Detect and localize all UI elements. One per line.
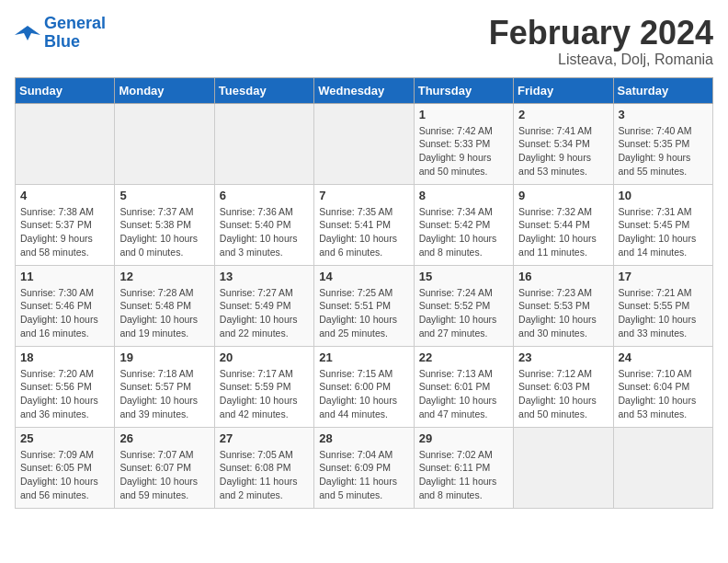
day-detail: Sunrise: 7:07 AM Sunset: 6:07 PM Dayligh… bbox=[119, 448, 209, 502]
day-detail: Sunrise: 7:04 AM Sunset: 6:09 PM Dayligh… bbox=[319, 448, 408, 502]
day-number: 21 bbox=[319, 350, 408, 364]
location-title: Listeava, Dolj, Romania bbox=[489, 52, 713, 68]
day-of-week-header: Saturday bbox=[613, 77, 712, 103]
calendar-cell: 25Sunrise: 7:09 AM Sunset: 6:05 PM Dayli… bbox=[16, 427, 115, 508]
calendar-cell: 29Sunrise: 7:02 AM Sunset: 6:11 PM Dayli… bbox=[414, 427, 513, 508]
day-detail: Sunrise: 7:24 AM Sunset: 5:52 PM Dayligh… bbox=[419, 286, 508, 340]
day-number: 7 bbox=[319, 189, 408, 202]
calendar-cell: 6Sunrise: 7:36 AM Sunset: 5:40 PM Daylig… bbox=[214, 184, 313, 265]
day-number: 9 bbox=[518, 189, 608, 202]
day-detail: Sunrise: 7:05 AM Sunset: 6:08 PM Dayligh… bbox=[220, 448, 309, 502]
calendar-cell: 13Sunrise: 7:27 AM Sunset: 5:49 PM Dayli… bbox=[214, 265, 313, 346]
calendar-cell: 2Sunrise: 7:41 AM Sunset: 5:34 PM Daylig… bbox=[514, 103, 613, 184]
calendar-cell bbox=[514, 427, 613, 508]
day-detail: Sunrise: 7:21 AM Sunset: 5:55 PM Dayligh… bbox=[619, 286, 708, 340]
calendar-cell bbox=[613, 427, 712, 508]
day-number: 11 bbox=[20, 270, 109, 283]
calendar-cell bbox=[314, 103, 414, 184]
day-number: 20 bbox=[220, 350, 309, 364]
logo-text: General Blue bbox=[44, 15, 106, 52]
day-detail: Sunrise: 7:02 AM Sunset: 6:11 PM Dayligh… bbox=[419, 448, 508, 502]
calendar-cell: 3Sunrise: 7:40 AM Sunset: 5:35 PM Daylig… bbox=[613, 103, 712, 184]
day-number: 18 bbox=[20, 350, 109, 364]
day-detail: Sunrise: 7:31 AM Sunset: 5:45 PM Dayligh… bbox=[619, 205, 708, 259]
day-number: 5 bbox=[119, 189, 209, 202]
calendar-cell: 8Sunrise: 7:34 AM Sunset: 5:42 PM Daylig… bbox=[414, 184, 513, 265]
day-number: 16 bbox=[518, 270, 608, 283]
calendar-cell: 23Sunrise: 7:12 AM Sunset: 6:03 PM Dayli… bbox=[514, 346, 613, 427]
calendar-cell: 14Sunrise: 7:25 AM Sunset: 5:51 PM Dayli… bbox=[314, 265, 414, 346]
calendar-cell: 10Sunrise: 7:31 AM Sunset: 5:45 PM Dayli… bbox=[613, 184, 712, 265]
day-detail: Sunrise: 7:10 AM Sunset: 6:04 PM Dayligh… bbox=[619, 367, 708, 421]
day-detail: Sunrise: 7:34 AM Sunset: 5:42 PM Dayligh… bbox=[419, 205, 508, 259]
day-detail: Sunrise: 7:15 AM Sunset: 6:00 PM Dayligh… bbox=[319, 367, 408, 421]
svg-marker-0 bbox=[15, 26, 40, 40]
day-of-week-header: Thursday bbox=[414, 77, 513, 103]
month-title: February 2024 bbox=[489, 15, 713, 52]
day-number: 3 bbox=[619, 108, 708, 121]
day-detail: Sunrise: 7:36 AM Sunset: 5:40 PM Dayligh… bbox=[220, 205, 309, 259]
day-detail: Sunrise: 7:37 AM Sunset: 5:38 PM Dayligh… bbox=[119, 205, 209, 259]
day-detail: Sunrise: 7:23 AM Sunset: 5:53 PM Dayligh… bbox=[518, 286, 608, 340]
day-detail: Sunrise: 7:13 AM Sunset: 6:01 PM Dayligh… bbox=[419, 367, 508, 421]
day-number: 1 bbox=[419, 108, 508, 121]
day-number: 27 bbox=[220, 431, 309, 445]
day-number: 29 bbox=[419, 431, 508, 445]
calendar-cell: 17Sunrise: 7:21 AM Sunset: 5:55 PM Dayli… bbox=[613, 265, 712, 346]
day-detail: Sunrise: 7:42 AM Sunset: 5:33 PM Dayligh… bbox=[419, 124, 508, 178]
day-detail: Sunrise: 7:28 AM Sunset: 5:48 PM Dayligh… bbox=[119, 286, 209, 340]
calendar-cell bbox=[16, 103, 115, 184]
calendar-cell bbox=[115, 103, 214, 184]
day-number: 8 bbox=[419, 189, 508, 202]
page-header: General Blue February 2024 Listeava, Dol… bbox=[15, 15, 713, 68]
day-number: 14 bbox=[319, 270, 408, 283]
day-detail: Sunrise: 7:17 AM Sunset: 5:59 PM Dayligh… bbox=[220, 367, 309, 421]
day-detail: Sunrise: 7:41 AM Sunset: 5:34 PM Dayligh… bbox=[518, 124, 608, 178]
day-of-week-header: Tuesday bbox=[214, 77, 313, 103]
calendar-cell: 16Sunrise: 7:23 AM Sunset: 5:53 PM Dayli… bbox=[514, 265, 613, 346]
calendar-cell: 11Sunrise: 7:30 AM Sunset: 5:46 PM Dayli… bbox=[16, 265, 115, 346]
day-of-week-header: Sunday bbox=[16, 77, 115, 103]
calendar-cell: 18Sunrise: 7:20 AM Sunset: 5:56 PM Dayli… bbox=[16, 346, 115, 427]
calendar-cell: 7Sunrise: 7:35 AM Sunset: 5:41 PM Daylig… bbox=[314, 184, 414, 265]
calendar-cell: 12Sunrise: 7:28 AM Sunset: 5:48 PM Dayli… bbox=[115, 265, 214, 346]
day-number: 15 bbox=[419, 270, 508, 283]
day-detail: Sunrise: 7:35 AM Sunset: 5:41 PM Dayligh… bbox=[319, 205, 408, 259]
day-detail: Sunrise: 7:27 AM Sunset: 5:49 PM Dayligh… bbox=[220, 286, 309, 340]
day-number: 25 bbox=[20, 431, 109, 445]
calendar-cell: 1Sunrise: 7:42 AM Sunset: 5:33 PM Daylig… bbox=[414, 103, 513, 184]
calendar-cell: 20Sunrise: 7:17 AM Sunset: 5:59 PM Dayli… bbox=[214, 346, 313, 427]
calendar-cell: 4Sunrise: 7:38 AM Sunset: 5:37 PM Daylig… bbox=[16, 184, 115, 265]
day-of-week-header: Wednesday bbox=[314, 77, 414, 103]
day-number: 19 bbox=[119, 350, 209, 364]
day-number: 23 bbox=[518, 350, 608, 364]
day-number: 12 bbox=[119, 270, 209, 283]
logo: General Blue bbox=[15, 15, 106, 52]
calendar-cell: 28Sunrise: 7:04 AM Sunset: 6:09 PM Dayli… bbox=[314, 427, 414, 508]
day-detail: Sunrise: 7:32 AM Sunset: 5:44 PM Dayligh… bbox=[518, 205, 608, 259]
calendar-cell bbox=[214, 103, 313, 184]
calendar-table: SundayMondayTuesdayWednesdayThursdayFrid… bbox=[15, 77, 713, 509]
calendar-week-row: 18Sunrise: 7:20 AM Sunset: 5:56 PM Dayli… bbox=[16, 346, 713, 427]
calendar-cell: 9Sunrise: 7:32 AM Sunset: 5:44 PM Daylig… bbox=[514, 184, 613, 265]
day-detail: Sunrise: 7:09 AM Sunset: 6:05 PM Dayligh… bbox=[20, 448, 109, 502]
day-detail: Sunrise: 7:38 AM Sunset: 5:37 PM Dayligh… bbox=[20, 205, 109, 259]
calendar-cell: 27Sunrise: 7:05 AM Sunset: 6:08 PM Dayli… bbox=[214, 427, 313, 508]
day-number: 26 bbox=[119, 431, 209, 445]
day-detail: Sunrise: 7:18 AM Sunset: 5:57 PM Dayligh… bbox=[119, 367, 209, 421]
day-number: 13 bbox=[220, 270, 309, 283]
day-number: 2 bbox=[518, 108, 608, 121]
calendar-week-row: 1Sunrise: 7:42 AM Sunset: 5:33 PM Daylig… bbox=[16, 103, 713, 184]
day-detail: Sunrise: 7:40 AM Sunset: 5:35 PM Dayligh… bbox=[619, 124, 708, 178]
calendar-cell: 19Sunrise: 7:18 AM Sunset: 5:57 PM Dayli… bbox=[115, 346, 214, 427]
day-detail: Sunrise: 7:30 AM Sunset: 5:46 PM Dayligh… bbox=[20, 286, 109, 340]
day-number: 24 bbox=[619, 350, 708, 364]
day-detail: Sunrise: 7:25 AM Sunset: 5:51 PM Dayligh… bbox=[319, 286, 408, 340]
calendar-cell: 15Sunrise: 7:24 AM Sunset: 5:52 PM Dayli… bbox=[414, 265, 513, 346]
calendar-cell: 5Sunrise: 7:37 AM Sunset: 5:38 PM Daylig… bbox=[115, 184, 214, 265]
day-number: 4 bbox=[20, 189, 109, 202]
day-number: 28 bbox=[319, 431, 408, 445]
logo-icon bbox=[15, 22, 40, 44]
day-of-week-header: Monday bbox=[115, 77, 214, 103]
day-number: 17 bbox=[619, 270, 708, 283]
